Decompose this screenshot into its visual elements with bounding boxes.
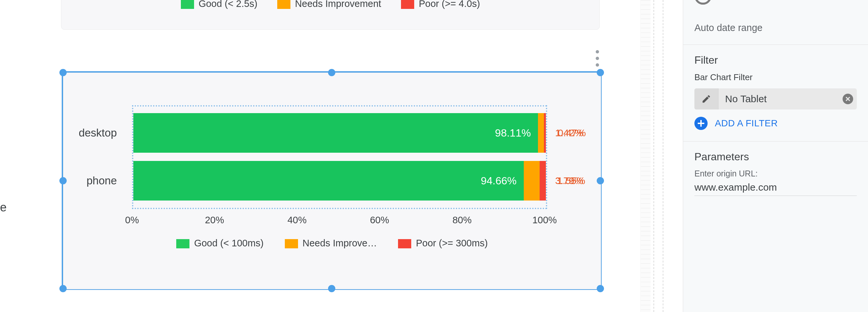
resize-handle-bm[interactable] bbox=[328, 285, 335, 292]
bar-segment-needs[interactable] bbox=[524, 161, 539, 201]
radio-label: Custom bbox=[719, 0, 756, 2]
legend-item-needs: Needs Improvement bbox=[277, 0, 381, 9]
resize-handle-bl[interactable] bbox=[59, 285, 67, 292]
filter-chip-no-tablet[interactable]: No Tablet bbox=[694, 89, 857, 109]
upper-chart-legend: Good (< 2.5s) Needs Improvement Poor (>=… bbox=[61, 0, 599, 10]
category-label: desktop bbox=[79, 127, 117, 139]
plus-circle-icon bbox=[694, 117, 708, 130]
date-range-custom-option[interactable]: Custom bbox=[694, 0, 857, 5]
legend-item-needs[interactable]: Needs Improve… bbox=[285, 238, 377, 249]
swatch-red-icon bbox=[398, 239, 411, 248]
legend-item-good: Good (< 2.5s) bbox=[181, 0, 257, 9]
add-filter-label: ADD A FILTER bbox=[715, 118, 778, 129]
radio-unchecked-icon bbox=[694, 0, 712, 5]
chart-plot-area[interactable]: desktop 98.11% 1.42% 0.47% bbox=[132, 105, 547, 209]
parameters-heading: Parameters bbox=[694, 151, 857, 163]
upper-chart-card[interactable]: Good (< 2.5s) Needs Improvement Poor (>=… bbox=[61, 0, 600, 30]
bar-chart-filter-heading: Bar Chart Filter bbox=[694, 72, 857, 82]
chart-card: desktop 98.11% 1.42% 0.47% bbox=[63, 73, 601, 289]
origin-url-label: Enter origin URL: bbox=[694, 169, 857, 178]
resize-handle-br[interactable] bbox=[597, 285, 604, 292]
canvas-page-edge bbox=[653, 0, 663, 312]
bar-row-desktop[interactable]: desktop 98.11% 1.42% 0.47% bbox=[133, 113, 546, 153]
x-tick: 60% bbox=[370, 215, 389, 226]
bar-stack: 98.11% bbox=[133, 113, 546, 153]
resize-handle-tm[interactable] bbox=[328, 69, 335, 76]
swatch-red-icon bbox=[401, 0, 414, 9]
origin-url-input[interactable]: www.example.com bbox=[694, 182, 857, 196]
properties-panel: Custom Auto date range Filter Bar Chart … bbox=[683, 0, 868, 312]
page-root: e Good (< 2.5s) Needs Improvement Poor (… bbox=[0, 0, 868, 312]
date-range-section: Custom Auto date range bbox=[683, 0, 868, 44]
bar-segment-good[interactable]: 98.11% bbox=[133, 113, 538, 153]
bar-value-poor: 1.55% bbox=[557, 175, 585, 186]
canvas-ruler-margin bbox=[640, 0, 651, 312]
bar-value-good: 94.66% bbox=[481, 175, 517, 187]
bar-value-poor: 0.47% bbox=[558, 127, 586, 139]
add-filter-button[interactable]: ADD A FILTER bbox=[694, 117, 857, 130]
legend-label: Good (< 2.5s) bbox=[199, 0, 257, 9]
bar-stack: 94.66% bbox=[133, 161, 546, 201]
x-axis: 0% 20% 40% 60% 80% 100% bbox=[132, 215, 545, 227]
filter-section: Filter Bar Chart Filter No Tablet ADD A … bbox=[683, 44, 868, 141]
report-canvas[interactable]: e Good (< 2.5s) Needs Improvement Poor (… bbox=[0, 0, 650, 312]
legend-item-poor: Poor (>= 4.0s) bbox=[401, 0, 480, 9]
legend-label: Poor (>= 4.0s) bbox=[419, 0, 480, 9]
legend-label: Good (< 100ms) bbox=[194, 238, 264, 248]
swatch-green-icon bbox=[181, 0, 194, 9]
auto-date-range-label[interactable]: Auto date range bbox=[694, 23, 857, 33]
legend-label: Poor (>= 300ms) bbox=[416, 238, 488, 248]
swatch-orange-icon bbox=[277, 0, 290, 9]
remove-filter-button[interactable] bbox=[839, 94, 857, 104]
filter-chip-label: No Tablet bbox=[718, 93, 839, 105]
edit-filter-icon[interactable] bbox=[694, 89, 718, 109]
chart-overflow-menu-icon[interactable] bbox=[591, 50, 604, 67]
bar-segment-poor[interactable] bbox=[544, 113, 546, 153]
x-tick: 80% bbox=[453, 215, 472, 226]
legend-item-poor[interactable]: Poor (>= 300ms) bbox=[398, 238, 488, 249]
close-icon bbox=[843, 94, 853, 104]
x-tick: 100% bbox=[532, 215, 557, 226]
bar-value-good: 98.11% bbox=[495, 127, 531, 139]
cropped-text-left: e bbox=[0, 201, 7, 214]
x-tick: 20% bbox=[205, 215, 224, 226]
resize-handle-ml[interactable] bbox=[59, 177, 67, 184]
legend-item-good[interactable]: Good (< 100ms) bbox=[176, 238, 264, 249]
selected-chart[interactable]: desktop 98.11% 1.42% 0.47% bbox=[62, 71, 602, 290]
x-tick: 40% bbox=[287, 215, 307, 226]
resize-handle-tr[interactable] bbox=[597, 69, 604, 76]
bar-segment-needs[interactable] bbox=[538, 113, 544, 153]
legend-label: Needs Improve… bbox=[303, 238, 377, 248]
bar-value-overflow: 1.42% 0.47% bbox=[555, 127, 583, 139]
bar-segment-good[interactable]: 94.66% bbox=[133, 161, 524, 201]
chart-legend: Good (< 100ms) Needs Improve… Poor (>= 3… bbox=[63, 238, 601, 249]
x-tick: 0% bbox=[125, 215, 139, 226]
resize-handle-tl[interactable] bbox=[59, 69, 67, 76]
swatch-green-icon bbox=[176, 239, 189, 248]
bar-row-phone[interactable]: phone 94.66% 3.79% 1.55% bbox=[133, 161, 546, 201]
bar-value-overflow: 3.79% 1.55% bbox=[555, 175, 583, 186]
resize-handle-mr[interactable] bbox=[597, 177, 604, 184]
bar-segment-poor[interactable] bbox=[539, 161, 546, 201]
parameters-section: Parameters Enter origin URL: www.example… bbox=[683, 141, 868, 207]
category-label: phone bbox=[87, 174, 117, 187]
filter-heading: Filter bbox=[694, 54, 857, 66]
legend-label: Needs Improvement bbox=[295, 0, 381, 9]
swatch-orange-icon bbox=[285, 239, 298, 248]
